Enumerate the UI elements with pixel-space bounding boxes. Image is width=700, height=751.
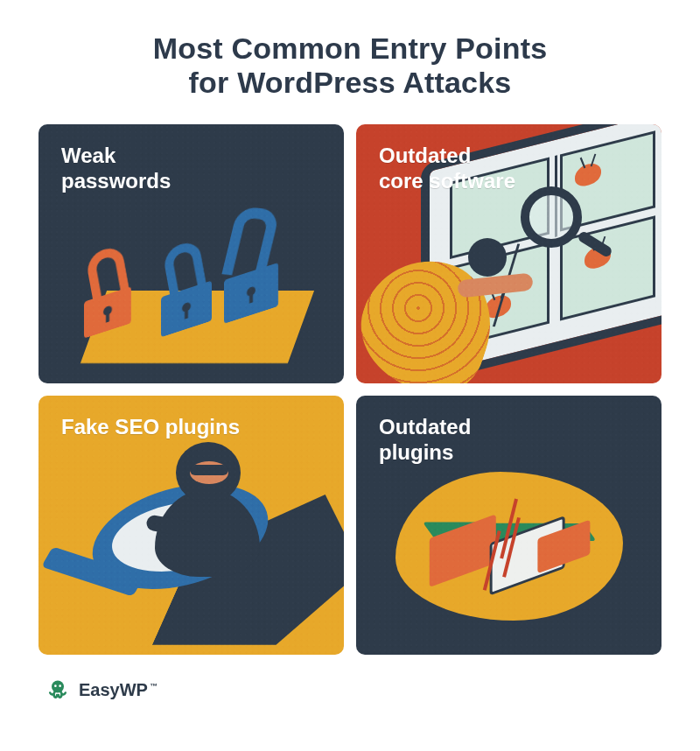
brand-name: EasyWP™	[79, 680, 158, 700]
title-line-1: Most Common Entry Points	[153, 32, 548, 65]
card-label: Outdated plugins	[379, 415, 471, 465]
padlock-icon	[224, 271, 278, 315]
card-label: Fake SEO plugins	[61, 415, 240, 439]
person-inspecting-icon	[362, 228, 545, 384]
title-line-2: for WordPress Attacks	[189, 66, 512, 99]
card-fake-seo-plugins: Fake SEO plugins	[38, 396, 344, 655]
octopus-icon	[46, 677, 70, 702]
svg-point-0	[52, 681, 64, 693]
card-weak-passwords: Weak passwords	[38, 124, 344, 383]
padlock-icon	[161, 289, 212, 329]
card-label: Weak passwords	[61, 144, 171, 193]
card-outdated-core: Outdated core software	[356, 124, 662, 383]
card-outdated-plugins: Outdated plugins	[356, 396, 662, 655]
page-title: Most Common Entry Points for WordPress A…	[38, 32, 662, 100]
card-label: Outdated core software	[379, 144, 515, 193]
infographic-frame: Most Common Entry Points for WordPress A…	[0, 0, 700, 751]
svg-point-2	[59, 685, 61, 688]
card-grid: Weak passwords Outdated core software	[38, 124, 662, 655]
thief-icon	[155, 446, 286, 577]
brand-name-text: EasyWP	[79, 680, 148, 699]
padlock-icon	[84, 294, 131, 331]
brand-footer: EasyWP™	[46, 677, 662, 702]
trademark-symbol: ™	[150, 682, 158, 691]
svg-point-1	[54, 685, 57, 688]
